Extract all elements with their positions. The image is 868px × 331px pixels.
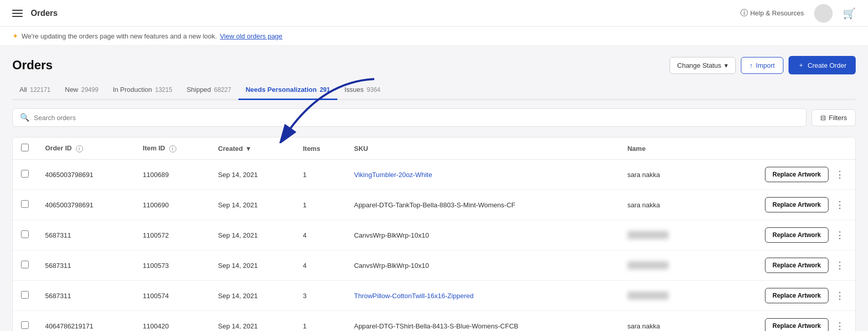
tab-needs_personalization[interactable]: Needs Personalization 291 — [238, 81, 337, 100]
replace-artwork-button[interactable]: Replace Artwork — [765, 258, 829, 273]
order-id-cell: 4065003798691 — [37, 160, 135, 190]
banner-text: We're updating the orders page with new … — [22, 32, 217, 40]
table-row: 4064786219171 1100420 Sep 14, 2021 1 App… — [13, 311, 855, 332]
import-icon: ↑ — [750, 62, 753, 69]
tab-count: 29499 — [82, 86, 98, 93]
items-cell: 1 — [295, 190, 346, 220]
row-checkbox[interactable] — [21, 170, 29, 178]
row-checkbox[interactable] — [21, 291, 29, 299]
filters-button[interactable]: ⊟ Filters — [812, 109, 856, 126]
main-content: Orders Change Status ▾ ↑ Import ＋ Create… — [0, 46, 868, 331]
replace-artwork-button[interactable]: Replace Artwork — [765, 227, 829, 243]
tab-count: 13215 — [155, 86, 172, 93]
more-options-icon[interactable]: ⋮ — [833, 228, 847, 242]
search-icon: 🔍 — [20, 113, 30, 122]
select-all-checkbox[interactable] — [21, 144, 29, 151]
avatar[interactable] — [814, 4, 833, 23]
tab-label: New — [65, 86, 78, 93]
tab-shipped[interactable]: Shipped 68227 — [179, 81, 238, 100]
create-order-button[interactable]: ＋ Create Order — [789, 56, 856, 74]
item-id-cell: 1100572 — [135, 220, 210, 250]
replace-artwork-button[interactable]: Replace Artwork — [765, 167, 829, 182]
col-actions — [706, 138, 855, 160]
replace-artwork-button[interactable]: Replace Artwork — [765, 197, 829, 212]
cart-icon[interactable]: 🛒 — [843, 7, 856, 20]
tab-issues[interactable]: Issues 9364 — [337, 81, 388, 100]
action-cell: Replace Artwork ⋮ — [706, 220, 855, 250]
sku-cell: CanvsWrp-BlkWrp-10x10 — [346, 250, 619, 281]
row-checkbox[interactable] — [21, 230, 29, 238]
page-header: Orders Change Status ▾ ↑ Import ＋ Create… — [12, 46, 856, 81]
items-cell: 1 — [295, 160, 346, 190]
name-blurred: ████████ — [628, 291, 669, 300]
page-title: Orders — [12, 58, 53, 72]
items-cell: 3 — [295, 281, 346, 311]
order-id-info-icon[interactable]: i — [76, 145, 83, 152]
help-icon: ⓘ — [740, 8, 748, 18]
order-id-cell: 4064786219171 — [37, 311, 135, 332]
tab-count: 122171 — [30, 86, 50, 93]
col-item-id: Item ID i — [135, 138, 210, 160]
search-box: 🔍 — [12, 108, 806, 127]
order-id-cell: 5687311 — [37, 220, 135, 250]
name-cell: sara nakka — [619, 311, 706, 332]
created-cell: Sep 14, 2021 — [210, 281, 294, 311]
update-banner: ✦ We're updating the orders page with ne… — [0, 27, 868, 46]
more-options-icon[interactable]: ⋮ — [833, 167, 847, 182]
nav-title: Orders — [31, 9, 57, 18]
tabs-row: All 122171New 29499In Production 13215Sh… — [12, 81, 856, 100]
tab-count: 68227 — [214, 86, 231, 93]
replace-artwork-button[interactable]: Replace Artwork — [765, 288, 829, 303]
tab-label: Shipped — [187, 86, 211, 93]
tab-all[interactable]: All 122171 — [12, 81, 58, 100]
col-sku: SKU — [346, 138, 619, 160]
more-options-icon[interactable]: ⋮ — [833, 198, 847, 212]
hamburger-menu-icon[interactable] — [12, 10, 23, 17]
col-created[interactable]: Created ▾ — [210, 138, 294, 160]
name-cell: sara nakka — [619, 190, 706, 220]
banner-star-icon: ✦ — [12, 32, 18, 40]
row-checkbox[interactable] — [21, 321, 29, 329]
tab-label: Issues — [345, 86, 364, 93]
sku-cell: CanvsWrp-BlkWrp-10x10 — [346, 220, 619, 250]
tab-label: Needs Personalization — [246, 86, 317, 93]
more-options-icon[interactable]: ⋮ — [833, 288, 847, 303]
order-id-cell: 5687311 — [37, 250, 135, 281]
col-items: Items — [295, 138, 346, 160]
tab-label: All — [19, 86, 27, 93]
table-row: 5687311 1100573 Sep 14, 2021 4 CanvsWrp-… — [13, 250, 855, 281]
tab-label: In Production — [113, 86, 152, 93]
created-cell: Sep 14, 2021 — [210, 220, 294, 250]
top-navigation: Orders ⓘ Help & Resources 🛒 — [0, 0, 868, 27]
sku-link[interactable]: VikingTumbler-20oz-White — [354, 171, 432, 179]
items-cell: 4 — [295, 220, 346, 250]
item-id-cell: 1100573 — [135, 250, 210, 281]
help-resources-link[interactable]: ⓘ Help & Resources — [740, 8, 804, 18]
more-options-icon[interactable]: ⋮ — [833, 258, 847, 272]
replace-artwork-button[interactable]: Replace Artwork — [765, 318, 829, 331]
filter-icon: ⊟ — [820, 114, 826, 122]
import-button[interactable]: ↑ Import — [741, 57, 783, 74]
name-cell: sara nakka — [619, 160, 706, 190]
sku-link[interactable]: ThrowPillow-CottonTwill-16x16-Zippered — [354, 292, 473, 300]
item-id-info-icon[interactable]: i — [169, 145, 176, 152]
created-cell: Sep 14, 2021 — [210, 311, 294, 332]
col-order-id: Order ID i — [37, 138, 135, 160]
change-status-button[interactable]: Change Status ▾ — [670, 57, 736, 74]
tab-in_production[interactable]: In Production 13215 — [106, 81, 179, 100]
sku-cell: ThrowPillow-CottonTwill-16x16-Zippered — [346, 281, 619, 311]
name-value: sara nakka — [628, 322, 660, 330]
search-input[interactable] — [34, 114, 799, 122]
sku-value: CanvsWrp-BlkWrp-10x10 — [354, 231, 429, 239]
tab-count: 291 — [320, 86, 330, 93]
row-checkbox[interactable] — [21, 200, 29, 208]
tab-new[interactable]: New 29499 — [58, 81, 106, 100]
more-options-icon[interactable]: ⋮ — [833, 319, 847, 331]
sku-value: Apparel-DTG-TShirt-Bella-8413-S-Blue-Wom… — [354, 322, 518, 330]
sku-cell: Apparel-DTG-TShirt-Bella-8413-S-Blue-Wom… — [346, 311, 619, 332]
view-old-orders-link[interactable]: View old orders page — [220, 32, 282, 40]
items-cell: 1 — [295, 311, 346, 332]
action-cell: Replace Artwork ⋮ — [706, 281, 855, 311]
row-checkbox[interactable] — [21, 261, 29, 268]
sku-cell: VikingTumbler-20oz-White — [346, 160, 619, 190]
